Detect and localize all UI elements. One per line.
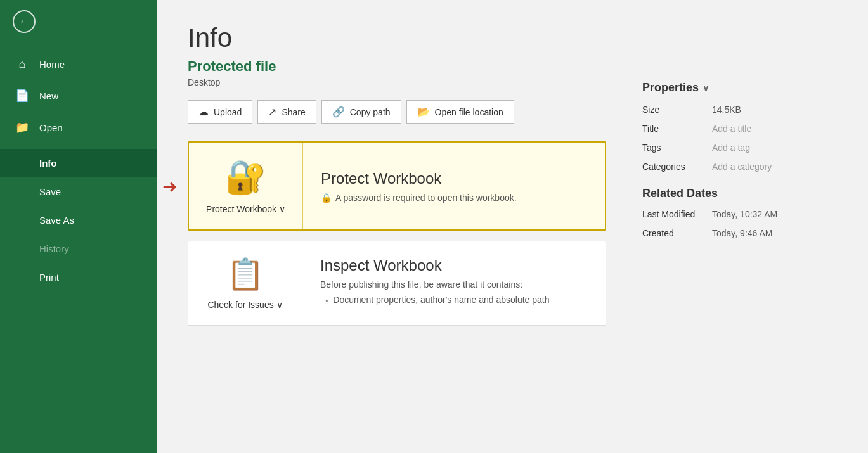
prop-row-last-modified: Last Modified Today, 10:32 AM xyxy=(642,209,817,219)
prop-label-title: Title xyxy=(642,124,712,134)
inspect-workbook-panel: 📋 Check for Issues ∨ Inspect Workbook Be… xyxy=(188,241,606,326)
prop-value-last-modified: Today, 10:32 AM xyxy=(712,209,777,219)
prop-label-tags: Tags xyxy=(642,143,712,153)
protect-workbook-description: A password is required to open this work… xyxy=(335,193,517,203)
properties-label: Properties xyxy=(642,81,699,94)
prop-row-size: Size 14.5KB xyxy=(642,105,817,115)
info-panels: ➜ 🔐 Protect Workbook ∨ Protect Workbook … xyxy=(188,141,622,326)
action-buttons-row: ☁ Upload ↗ Share 🔗 Copy path 📂 Open file… xyxy=(188,100,622,124)
main-section: Protected file Desktop ☁ Upload ↗ Share … xyxy=(188,58,622,326)
sidebar: ← ⌂ Home 📄 New 📁 Open Info Save Save As … xyxy=(0,0,157,453)
related-dates-title: Related Dates xyxy=(642,187,817,200)
prop-row-created: Created Today, 9:46 AM xyxy=(642,228,817,238)
sidebar-item-history-label: History xyxy=(39,243,69,254)
sidebar-item-saveas[interactable]: Save As xyxy=(0,206,157,234)
sidebar-item-home-label: Home xyxy=(39,59,65,70)
upload-label: Upload xyxy=(214,107,242,117)
copy-path-button[interactable]: 🔗 Copy path xyxy=(321,100,401,124)
prop-row-categories: Categories Add a category xyxy=(642,162,817,172)
inspect-panel-right: Inspect Workbook Before publishing this … xyxy=(302,241,567,325)
upload-icon: ☁ xyxy=(198,106,209,118)
prop-value-title[interactable]: Add a title xyxy=(712,124,751,134)
prop-value-tags[interactable]: Add a tag xyxy=(712,143,750,153)
properties-chevron[interactable]: ∨ xyxy=(703,83,709,93)
back-button[interactable]: ← xyxy=(0,0,157,43)
sidebar-item-history[interactable]: History xyxy=(0,234,157,263)
open-file-location-button[interactable]: 📂 Open file location xyxy=(406,100,514,124)
content-area: Protected file Desktop ☁ Upload ↗ Share … xyxy=(188,58,838,326)
sidebar-item-save-label: Save xyxy=(39,186,61,197)
sidebar-item-new[interactable]: 📄 New xyxy=(0,80,157,112)
inspect-list-item: Document properties, author's name and a… xyxy=(325,295,549,305)
prop-value-created: Today, 9:46 AM xyxy=(712,228,772,238)
copy-path-label: Copy path xyxy=(350,107,391,117)
prop-label-size: Size xyxy=(642,105,712,115)
check-issues-icon: 📋 xyxy=(226,257,264,292)
inspect-workbook-title: Inspect Workbook xyxy=(320,257,549,274)
inspect-workbook-list: Document properties, author's name and a… xyxy=(320,295,549,305)
sidebar-item-print[interactable]: Print xyxy=(0,263,157,291)
arrow-indicator: ➜ xyxy=(162,175,177,196)
lock-small-icon: 🔒 xyxy=(321,193,332,203)
folder-icon: 📂 xyxy=(417,106,430,118)
sidebar-item-home[interactable]: ⌂ Home xyxy=(0,49,157,80)
sidebar-item-open-label: Open xyxy=(39,122,63,133)
file-name: Protected file xyxy=(188,58,622,75)
prop-value-size: 14.5KB xyxy=(712,105,741,115)
padlock-icon: 🔐 xyxy=(225,158,266,196)
back-circle-icon: ← xyxy=(13,10,36,33)
sidebar-divider xyxy=(0,46,157,46)
sidebar-item-info[interactable]: Info xyxy=(0,149,157,177)
page-title: Info xyxy=(188,23,838,53)
check-for-issues-button[interactable]: Check for Issues ∨ xyxy=(207,300,282,310)
right-panel: Properties ∨ Size 14.5KB Title Add a tit… xyxy=(622,58,838,326)
sidebar-item-save[interactable]: Save xyxy=(0,177,157,206)
prop-label-created: Created xyxy=(642,228,712,238)
sidebar-item-info-label: Info xyxy=(39,158,57,169)
inspect-list-item-text: Document properties, author's name and a… xyxy=(333,295,549,305)
upload-button[interactable]: ☁ Upload xyxy=(188,100,252,124)
inspect-panel-left: 📋 Check for Issues ∨ xyxy=(188,241,302,325)
file-location: Desktop xyxy=(188,77,622,87)
protect-panel-right: Protect Workbook 🔒 A password is require… xyxy=(303,143,534,229)
sidebar-item-new-label: New xyxy=(39,91,58,101)
prop-row-tags: Tags Add a tag xyxy=(642,143,817,153)
open-file-location-label: Open file location xyxy=(435,107,503,117)
share-label: Share xyxy=(282,107,305,117)
sidebar-divider-2 xyxy=(0,146,157,146)
sidebar-item-saveas-label: Save As xyxy=(39,215,74,226)
protect-panel-wrapper: ➜ 🔐 Protect Workbook ∨ Protect Workbook … xyxy=(188,141,622,231)
open-icon: 📁 xyxy=(15,120,29,134)
prop-label-categories: Categories xyxy=(642,162,712,172)
prop-value-categories[interactable]: Add a category xyxy=(712,162,772,172)
main-content-area: Info Protected file Desktop ☁ Upload ↗ S… xyxy=(157,0,868,453)
share-icon: ↗ xyxy=(268,106,276,118)
properties-title: Properties ∨ xyxy=(642,81,817,94)
protect-workbook-panel: 🔐 Protect Workbook ∨ Protect Workbook 🔒 … xyxy=(188,141,606,231)
new-icon: 📄 xyxy=(15,89,29,103)
prop-label-last-modified: Last Modified xyxy=(642,209,712,219)
protect-workbook-desc: 🔒 A password is required to open this wo… xyxy=(321,193,517,203)
protect-workbook-button[interactable]: Protect Workbook ∨ xyxy=(206,204,285,214)
sidebar-item-open[interactable]: 📁 Open xyxy=(0,112,157,143)
home-icon: ⌂ xyxy=(15,58,29,71)
share-button[interactable]: ↗ Share xyxy=(257,100,316,124)
protect-workbook-title: Protect Workbook xyxy=(321,170,517,188)
sidebar-item-print-label: Print xyxy=(39,272,59,283)
inspect-workbook-description: Before publishing this file, be aware th… xyxy=(320,279,549,290)
link-icon: 🔗 xyxy=(332,106,345,118)
prop-row-title: Title Add a title xyxy=(642,124,817,134)
protect-panel-left: 🔐 Protect Workbook ∨ xyxy=(189,143,303,229)
